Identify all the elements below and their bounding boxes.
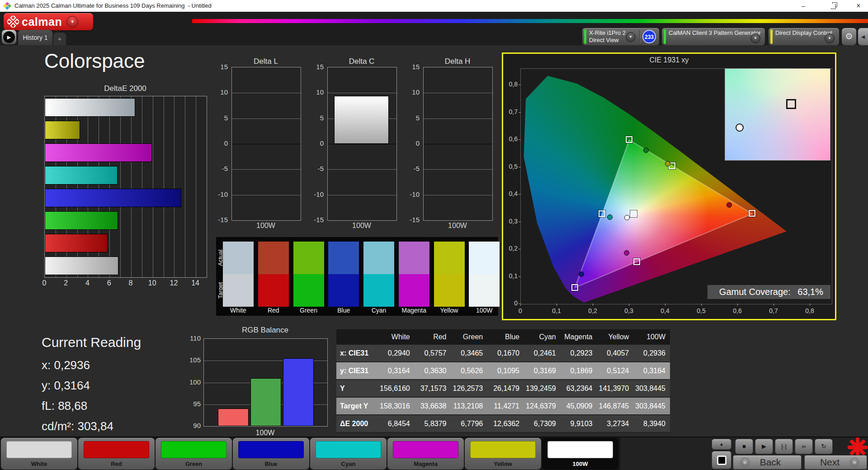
pattern-button-red[interactable]: Red — [78, 438, 155, 470]
cie-chart-title: CIE 1931 xy — [503, 56, 835, 64]
meter-count-badge[interactable]: 233 — [642, 30, 656, 43]
minimize-button[interactable]: – — [796, 0, 811, 12]
pattern-button-label: White — [1, 461, 77, 467]
pattern-range-button[interactable]: [-] — [775, 439, 793, 454]
deltae-bar-green — [45, 211, 118, 230]
cie-y-tick — [519, 85, 521, 85]
actual-target-swatch-panel: ActualTargetWhiteRedGreenBlueCyanMagenta… — [216, 237, 498, 316]
delta-c-tick-label: -5 — [304, 165, 324, 172]
rgb-tick-label: 105 — [180, 356, 201, 364]
deltae-bar-slot — [45, 142, 207, 164]
add-tab-button[interactable]: + — [53, 33, 66, 45]
swatch-column-yellow: Yellow — [434, 237, 465, 316]
delta-l-zero-line — [232, 144, 301, 144]
target-swatch — [434, 274, 465, 307]
cie-target-square-red — [749, 210, 755, 217]
logo-chevron-down-icon[interactable]: ▼ — [66, 16, 78, 28]
table-value-cell: 303,8445 — [633, 380, 670, 397]
tab-history-1[interactable]: History 1 — [18, 30, 52, 45]
swatch-name: Green — [293, 307, 324, 314]
rgb-bar-blue — [283, 358, 314, 426]
delta-h-zero-line — [424, 144, 492, 144]
pattern-button-label: Cyan — [310, 461, 387, 467]
cie-target-square-green — [626, 136, 632, 143]
next-button[interactable]: Next » — [804, 455, 867, 470]
cie-x-tick — [593, 304, 593, 306]
delta-h-chart-title: Delta H — [423, 57, 492, 66]
restore-button[interactable] — [826, 0, 841, 12]
pattern-button-100w[interactable]: 100W — [542, 438, 618, 470]
back-button[interactable]: « Back — [733, 455, 802, 470]
delta-h-tick-label: -5 — [400, 165, 420, 172]
delta-h-gridline — [424, 93, 492, 93]
back-label: Back — [760, 457, 781, 468]
pattern-buttons-strip: WhiteRedGreenBlueCyanMagentaYellow100W — [0, 437, 620, 470]
refresh-button[interactable]: ↻ — [815, 439, 833, 454]
table-corner-cell — [336, 329, 378, 345]
gamut-coverage-label: Gamut Coverage: — [719, 287, 791, 297]
stop-button[interactable]: ■ — [735, 439, 753, 454]
pattern-window-toggle-button[interactable] — [712, 451, 731, 469]
play-button[interactable]: ▶ — [755, 439, 773, 454]
pattern-button-label: Green — [156, 461, 232, 467]
table-header-100w: 100W — [633, 329, 670, 345]
meter-dropdown[interactable]: X-Rite i1Pro 2Direct View ▼ 233 — [582, 28, 659, 45]
delta-h-tick-label: -10 — [400, 190, 420, 198]
swatch-column-100w: 100W — [469, 237, 500, 316]
window-title: Calman 2025 Calman Ultimate for Business… — [14, 0, 212, 12]
delta-h-tick-label: -15 — [400, 216, 420, 223]
close-button[interactable]: × — [851, 0, 866, 12]
table-header-cyan: Cyan — [524, 329, 561, 345]
deltae-bar-slot — [45, 119, 207, 142]
stop-icon: ■ — [742, 443, 746, 450]
delta-h-group-label: 100W — [423, 222, 492, 230]
table-header-row: WhiteRedGreenBlueCyanMagentaYellow100W — [336, 329, 670, 345]
reading-y: y: 0,3164 — [42, 379, 195, 399]
minimize-icon: – — [802, 2, 805, 9]
table-value-cell: 6,7309 — [524, 415, 561, 432]
pattern-button-green[interactable]: Green — [156, 438, 232, 470]
delta-h-chart — [423, 67, 493, 221]
pattern-panel-up-button[interactable]: ▲ — [712, 439, 731, 450]
pattern-button-yellow[interactable]: Yellow — [465, 438, 541, 470]
calman-app-icon — [4, 2, 11, 9]
settings-button[interactable]: ⚙ — [842, 28, 856, 45]
cie-x-tick — [629, 304, 629, 306]
continuous-measure-button[interactable]: ∞ — [795, 439, 813, 454]
pattern-generator-dropdown[interactable]: CalMAN Client 3 Pattern Generator ▼ — [662, 28, 765, 45]
cie-y-tick-label: 0,6 — [504, 135, 518, 142]
pattern-button-cyan[interactable]: Cyan — [310, 438, 387, 470]
table-value-cell: 5,8379 — [415, 415, 451, 432]
pattern-button-blue[interactable]: Blue — [233, 438, 309, 470]
pattern-button-white[interactable]: White — [1, 438, 77, 470]
actual-swatch — [469, 242, 500, 274]
delta-c-bar — [334, 96, 389, 144]
table-value-cell: 158,3016 — [378, 398, 415, 414]
table-value-cell: 45,0909 — [561, 398, 597, 414]
title-bar: Calman 2025 Calman Ultimate for Business… — [0, 0, 868, 12]
table-value-cell: 0,5757 — [415, 345, 451, 361]
pattern-button-magenta[interactable]: Magenta — [387, 438, 464, 470]
deltae-bar-cyan — [45, 166, 118, 185]
gear-icon: ⚙ — [845, 32, 853, 41]
tab-scroll-button[interactable]: ▶ — [2, 30, 16, 44]
table-row--e-2000: ΔE 20006,84545,83796,779612,63626,73099,… — [336, 415, 670, 433]
rgb-bar-red — [218, 408, 249, 426]
deltae-x-tick-label: 4 — [82, 279, 92, 287]
target-swatch — [363, 274, 394, 307]
next-label: Next — [820, 457, 840, 468]
collapse-panel-button[interactable]: ◀ — [858, 28, 868, 45]
cie-measured-dot-green — [643, 147, 649, 153]
cie-measured-dot-white — [624, 215, 630, 220]
calman-menu-button[interactable]: calman ▼ — [4, 13, 93, 30]
chevron-down-icon: ▼ — [825, 33, 835, 43]
swatch-name: Blue — [328, 307, 359, 314]
table-value-cell: 124,6379 — [524, 398, 561, 414]
cie-target-square-magenta — [633, 258, 640, 265]
page-title: Colorspace — [44, 50, 145, 72]
gamut-coverage-readout: Gamut Coverage: 63,1% — [708, 285, 830, 299]
cie-x-tick — [701, 304, 702, 306]
pattern-color-swatch — [470, 441, 536, 458]
display-control-dropdown[interactable]: Direct Display Control ▼ — [769, 28, 839, 45]
deltae-bar-slot — [45, 164, 207, 187]
